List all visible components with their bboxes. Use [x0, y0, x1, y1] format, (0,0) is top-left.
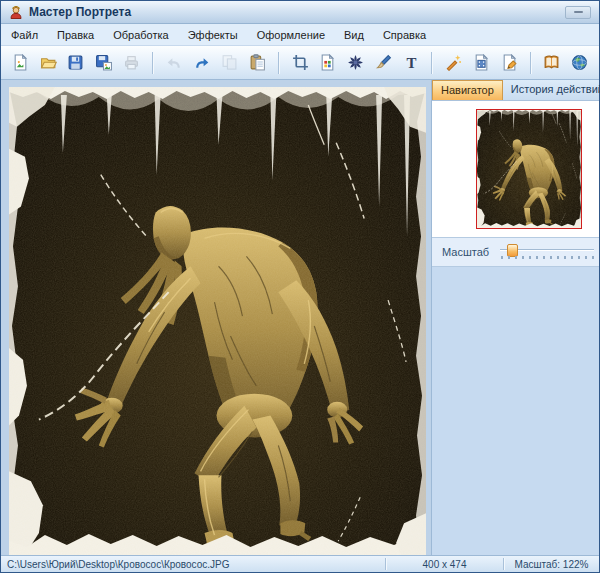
effects-flower-icon: [347, 54, 364, 71]
zoom-row: Масштаб: [432, 238, 599, 267]
help-book-icon: [543, 54, 560, 71]
app-icon: [8, 4, 24, 20]
save-as-image-icon: [95, 54, 112, 71]
enhance-wand-button[interactable]: [442, 50, 465, 76]
text-tool-button[interactable]: [400, 50, 423, 76]
title-bar: Мастер Портрета: [1, 1, 599, 24]
panel-tabs: Навигатор История действий: [432, 80, 599, 101]
toolbar-separator: [152, 52, 154, 74]
undo-arrow-icon: [166, 54, 183, 71]
zoom-label: Масштаб: [442, 246, 492, 258]
color-adjustment-icon: [319, 54, 336, 71]
redo-button[interactable]: [190, 50, 213, 76]
canvas-area[interactable]: [1, 80, 431, 555]
status-zoom: Масштаб: 122%: [503, 558, 599, 570]
navigator-thumbnail[interactable]: [476, 109, 582, 229]
new-image-icon: [12, 54, 29, 71]
brush-button[interactable]: [372, 50, 395, 76]
navigator-panel: [432, 101, 599, 238]
main-area: Навигатор История действий Масштаб: [1, 80, 599, 555]
zoom-slider[interactable]: [500, 242, 596, 262]
edit-image-button[interactable]: [498, 50, 521, 76]
new-image-button[interactable]: [9, 50, 32, 76]
paint-brush-icon: [375, 54, 392, 71]
save-as-image-button[interactable]: [92, 50, 115, 76]
status-bar: C:\Users\Юрий\Desktop\Кровосос\Кровосос.…: [1, 555, 599, 572]
menu-bar: Файл Правка Обработка Эффекты Оформление…: [1, 24, 599, 46]
menu-item-file[interactable]: Файл: [11, 29, 38, 41]
undo-button[interactable]: [163, 50, 186, 76]
app-window: Мастер Портрета Файл Правка Обработка Эф…: [0, 0, 600, 573]
paste-clipboard-icon: [249, 54, 266, 71]
menu-item-view[interactable]: Вид: [344, 29, 364, 41]
color-adjustment-button[interactable]: [316, 50, 339, 76]
help-button[interactable]: [541, 50, 564, 76]
toolbar-separator: [530, 52, 532, 74]
crop-button[interactable]: [289, 50, 312, 76]
minimize-icon: [574, 11, 583, 13]
crop-icon: [292, 54, 309, 71]
window-title: Мастер Портрета: [29, 5, 131, 19]
website-button[interactable]: [568, 50, 591, 76]
toolbar: [1, 46, 599, 80]
effects-button[interactable]: [344, 50, 367, 76]
paste-button[interactable]: [246, 50, 269, 76]
open-button[interactable]: [37, 50, 60, 76]
status-image-size: 400 x 474: [385, 558, 503, 570]
photo-canvas[interactable]: [9, 87, 426, 558]
film-page-icon: [473, 54, 490, 71]
print-icon: [123, 54, 140, 71]
save-button[interactable]: [65, 50, 88, 76]
panel-empty-area: [432, 267, 599, 555]
copy-button[interactable]: [218, 50, 241, 76]
menu-item-processing[interactable]: Обработка: [113, 29, 168, 41]
globe-icon: [571, 54, 588, 71]
minimize-button[interactable]: [565, 6, 591, 19]
edit-page-icon: [501, 54, 518, 71]
text-tool-icon: [403, 54, 420, 71]
toolbar-separator: [278, 52, 280, 74]
menu-item-effects[interactable]: Эффекты: [188, 29, 238, 41]
save-floppy-icon: [67, 54, 84, 71]
redo-arrow-icon: [193, 54, 210, 71]
navigator-thumbnail-image: [476, 109, 582, 229]
side-panel: Навигатор История действий Масштаб: [431, 80, 599, 555]
batch-processing-button[interactable]: [470, 50, 493, 76]
copy-icon: [221, 54, 238, 71]
status-file-path: C:\Users\Юрий\Desktop\Кровосос\Кровосос.…: [1, 558, 385, 570]
open-folder-icon: [40, 54, 57, 71]
menu-item-help[interactable]: Справка: [383, 29, 426, 41]
tab-history[interactable]: История действий: [503, 80, 600, 100]
magic-wand-icon: [445, 54, 462, 71]
toolbar-separator: [431, 52, 433, 74]
tab-navigator[interactable]: Навигатор: [432, 80, 503, 100]
zoom-slider-ticks: [501, 256, 596, 259]
print-button[interactable]: [120, 50, 143, 76]
menu-item-edit[interactable]: Правка: [57, 29, 94, 41]
menu-item-decoration[interactable]: Оформление: [257, 29, 325, 41]
